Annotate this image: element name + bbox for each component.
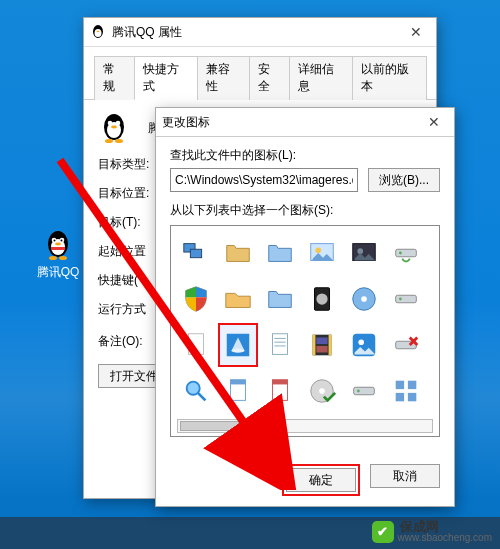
icon-photo[interactable]	[303, 232, 341, 274]
svg-point-36	[231, 349, 244, 353]
svg-point-58	[357, 390, 360, 393]
tab-previous[interactable]: 以前的版本	[352, 56, 428, 100]
svg-point-8	[49, 256, 57, 260]
icon-list-scrollbar[interactable]	[177, 419, 433, 433]
svg-point-31	[361, 296, 367, 302]
svg-rect-32	[396, 295, 417, 303]
properties-titlebar[interactable]: 腾讯QQ 属性 ✕	[84, 18, 436, 47]
icon-disc-check[interactable]	[303, 370, 341, 412]
tab-shortcut[interactable]: 快捷方式	[134, 56, 198, 100]
desktop-shortcut-qq[interactable]: 腾讯QQ	[34, 229, 82, 279]
change-icon-dialog: 更改图标 ✕ 查找此文件中的图标(L): 浏览(B)... 从以下列表中选择一个…	[155, 107, 455, 507]
desktop-background: 腾讯QQ 腾讯QQ 属性 ✕ 常规 快捷方式 兼容性 安全 详细信息 以前的版本…	[0, 0, 500, 549]
svg-rect-57	[354, 387, 375, 395]
cancel-button[interactable]: 取消	[370, 464, 440, 488]
tab-details[interactable]: 详细信息	[289, 56, 353, 100]
icon-list[interactable]	[170, 225, 440, 437]
svg-rect-21	[190, 249, 201, 257]
icon-doc-red[interactable]	[261, 370, 299, 412]
icon-drive-x[interactable]	[387, 324, 425, 366]
svg-point-9	[59, 256, 67, 260]
properties-tabs: 常规 快捷方式 兼容性 安全 详细信息 以前的版本	[84, 47, 436, 100]
change-icon-title: 更改图标	[162, 114, 420, 131]
change-icon-footer: 确定 取消	[156, 464, 454, 496]
icon-drive-gray[interactable]	[345, 370, 383, 412]
icon-monitors[interactable]	[177, 232, 215, 274]
svg-rect-54	[273, 380, 288, 385]
scrollbar-thumb[interactable]	[180, 421, 242, 431]
ok-button-highlight: 确定	[282, 464, 360, 496]
icon-grid-blue[interactable]	[387, 370, 425, 412]
icon-photo-app[interactable]	[345, 324, 383, 366]
svg-point-5	[61, 239, 63, 241]
svg-rect-60	[408, 381, 416, 389]
svg-point-19	[115, 139, 123, 143]
change-icon-titlebar[interactable]: 更改图标 ✕	[156, 108, 454, 137]
properties-title: 腾讯QQ 属性	[112, 24, 402, 41]
svg-rect-7	[51, 247, 65, 250]
svg-rect-42	[313, 335, 316, 356]
svg-rect-45	[316, 346, 327, 353]
svg-point-12	[97, 31, 100, 32]
icon-doc-blue[interactable]	[219, 370, 257, 412]
icon-drive[interactable]	[387, 278, 425, 320]
svg-point-27	[399, 252, 402, 255]
svg-rect-37	[273, 334, 288, 355]
icon-folder-open[interactable]	[219, 278, 257, 320]
icon-disc-blue[interactable]	[345, 278, 383, 320]
icon-doc-lines[interactable]	[261, 324, 299, 366]
svg-point-56	[319, 388, 325, 394]
svg-point-47	[358, 339, 364, 345]
svg-point-4	[54, 239, 56, 241]
icon-photo-dark[interactable]	[345, 232, 383, 274]
qq-penguin-icon	[90, 24, 106, 40]
svg-line-50	[198, 393, 206, 401]
icon-drive-net[interactable]	[387, 232, 425, 274]
select-icon-label: 从以下列表中选择一个图标(S):	[170, 202, 440, 219]
icon-folder-tan[interactable]	[219, 232, 257, 274]
close-icon[interactable]: ✕	[402, 24, 430, 40]
tab-general[interactable]: 常规	[94, 56, 135, 100]
svg-point-6	[55, 243, 61, 246]
ok-button[interactable]: 确定	[286, 468, 356, 492]
icon-blank-page[interactable]	[177, 324, 215, 366]
watermark: ✔ 保成网 www.sbaocheng.com	[372, 520, 493, 543]
svg-point-33	[399, 298, 402, 301]
svg-rect-26	[396, 249, 417, 257]
icon-dvd-box[interactable]	[303, 278, 341, 320]
icon-film[interactable]	[303, 324, 341, 366]
svg-point-29	[316, 293, 327, 304]
find-in-file-label: 查找此文件中的图标(L):	[170, 147, 440, 164]
svg-point-18	[105, 139, 113, 143]
svg-point-23	[315, 247, 321, 253]
svg-rect-59	[396, 381, 404, 389]
svg-rect-34	[189, 334, 204, 355]
desktop-shortcut-label: 腾讯QQ	[34, 265, 82, 279]
svg-rect-61	[396, 393, 404, 401]
browse-button[interactable]: 浏览(B)...	[368, 168, 440, 192]
icon-shield-uac[interactable]	[177, 278, 215, 320]
svg-rect-43	[329, 335, 332, 356]
tab-compat[interactable]: 兼容性	[197, 56, 250, 100]
qq-penguin-icon	[98, 112, 130, 144]
icon-folder-blue2[interactable]	[261, 278, 299, 320]
watermark-badge-icon: ✔	[372, 521, 394, 543]
watermark-url: www.sbaocheng.com	[398, 533, 493, 543]
icon-search[interactable]	[177, 370, 215, 412]
svg-point-49	[187, 382, 200, 395]
qq-penguin-icon	[42, 229, 74, 261]
close-icon[interactable]: ✕	[420, 114, 448, 130]
icon-cone-blue[interactable]	[219, 324, 257, 366]
icon-folder-blue[interactable]	[261, 232, 299, 274]
tab-security[interactable]: 安全	[249, 56, 290, 100]
svg-point-15	[108, 121, 113, 126]
svg-rect-44	[316, 338, 327, 345]
svg-rect-62	[408, 393, 416, 401]
icon-path-input[interactable]	[170, 168, 358, 192]
svg-point-11	[95, 29, 102, 37]
svg-point-16	[116, 121, 121, 126]
svg-point-17	[111, 126, 117, 129]
svg-rect-52	[231, 380, 246, 385]
